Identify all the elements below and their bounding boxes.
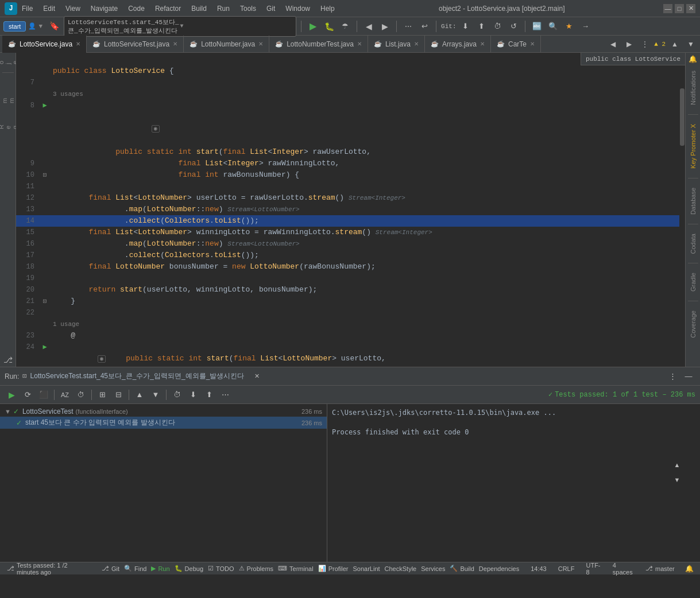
git-rollback[interactable]: ↺: [506, 20, 520, 33]
project-icon[interactable]: Project: [1, 55, 15, 69]
menu-tools[interactable]: Tools: [235, 3, 261, 14]
menu-navigate[interactable]: Navigate: [86, 3, 122, 14]
run-panel-menu[interactable]: ⋮: [666, 370, 679, 383]
git-pull[interactable]: ⬇: [458, 20, 472, 33]
export-button[interactable]: ⬇: [186, 388, 200, 402]
fold-24[interactable]: ◉: [98, 355, 106, 363]
minimize-button[interactable]: —: [663, 4, 672, 13]
profiler-tool-btn[interactable]: 📊 Profiler: [316, 565, 351, 572]
line-ending-indicator[interactable]: CRLF: [556, 565, 577, 572]
find-tool-btn[interactable]: 🔍 Find: [122, 565, 149, 572]
coverage-label[interactable]: Coverage: [687, 306, 699, 343]
next-button[interactable]: →: [578, 20, 592, 33]
tab-lottoservice[interactable]: ☕ LottoService.java ✕: [2, 36, 87, 53]
run-config-dropdown[interactable]: LottoServiceTest.start_45보다_큰_수가_입력되면_예외…: [64, 16, 296, 37]
tab-carte[interactable]: ☕ CarTe ✕: [491, 36, 541, 53]
test-item-1[interactable]: ✓ start 45보다 큰 수가 입력되면 예외를 발생시킨다 236 ms: [0, 417, 327, 429]
breadcrumb-down[interactable]: ▼: [684, 37, 698, 51]
tab-lottonumber[interactable]: ☕ LottoNumber.java ✕: [184, 36, 269, 53]
indent-indicator[interactable]: 4 spaces: [610, 562, 636, 576]
charset-indicator[interactable]: UTF-8: [583, 562, 603, 576]
key-promoter-label[interactable]: Key Promoter X: [687, 119, 699, 173]
menu-file[interactable]: File: [17, 3, 37, 14]
search-button[interactable]: 🔍: [546, 20, 560, 33]
todo-tool-btn[interactable]: ☑ TODO: [206, 565, 237, 572]
fold-25[interactable]: ⊡: [43, 365, 47, 367]
gradle-label[interactable]: Gradle: [687, 268, 699, 296]
pullreq-icon[interactable]: Pull Requests: [1, 120, 15, 134]
fold-10[interactable]: ⊡: [43, 169, 47, 181]
expand-all-button[interactable]: ⊞: [95, 388, 109, 402]
run-tab-close[interactable]: ✕: [250, 370, 264, 383]
notifications-label[interactable]: Notifications: [687, 66, 699, 110]
checkstyle-tool-btn[interactable]: CheckStyle: [382, 565, 419, 572]
back-button[interactable]: ◀: [362, 20, 376, 33]
import-button[interactable]: ⬆: [202, 388, 216, 402]
close-icon-7[interactable]: ✕: [530, 41, 535, 47]
tabs-scroll-left[interactable]: ◀: [606, 37, 620, 51]
sonarlint-tool-btn[interactable]: SonarLint: [350, 565, 382, 572]
dependencies-tool-btn[interactable]: Dependencies: [477, 565, 521, 572]
start-button[interactable]: start: [3, 21, 26, 32]
tab-arrays[interactable]: ☕ Arrays.java ✕: [425, 36, 491, 53]
window-controls[interactable]: — □ ✕: [663, 4, 695, 13]
commit-icon[interactable]: Commit: [1, 94, 15, 107]
run-gutter-8[interactable]: ▶: [42, 100, 47, 111]
forward-button[interactable]: ▶: [378, 20, 392, 33]
maximize-button[interactable]: □: [675, 4, 684, 13]
tab-lottonumbertest[interactable]: ☕ LottoNumberTest.java ✕: [269, 36, 368, 53]
scroll-up-btn[interactable]: ▲: [670, 458, 684, 472]
database-label[interactable]: Database: [687, 183, 699, 219]
close-icon-4[interactable]: ✕: [357, 41, 362, 47]
close-icon-2[interactable]: ✕: [173, 41, 177, 47]
build-tool-btn[interactable]: 🔨 Build: [447, 565, 476, 572]
run-panel-close[interactable]: —: [682, 370, 695, 383]
rerun-button[interactable]: ▶: [5, 388, 18, 402]
scrollbar[interactable]: [679, 65, 685, 367]
breadcrumb-up[interactable]: ▲: [668, 37, 682, 51]
stop-button[interactable]: ⬛: [37, 388, 51, 402]
run-gutter-24[interactable]: ▶: [42, 341, 47, 353]
codata-label[interactable]: Codata: [687, 229, 699, 258]
run-tab-name[interactable]: LottoServiceTest.start_45보다_큰_수가_입력되면_예외…: [30, 371, 245, 381]
debug-button[interactable]: 🐛: [322, 20, 336, 33]
scroll-thumb[interactable]: [680, 88, 684, 146]
close-button[interactable]: ✕: [686, 4, 695, 13]
collapse-all-button[interactable]: ⊟: [111, 388, 125, 402]
sort-alpha-button[interactable]: AZ: [58, 388, 72, 402]
rerun-failed-button[interactable]: ⟳: [21, 388, 34, 402]
fold-8[interactable]: ◉: [152, 125, 160, 133]
problems-tool-btn[interactable]: ⚠ Problems: [237, 565, 276, 572]
services-tool-btn[interactable]: Services: [419, 565, 447, 572]
editor-scroll[interactable]: public class LottoService { 7 3 usages 8…: [16, 53, 685, 367]
git-branch-indicator[interactable]: ⎇ master: [643, 565, 677, 572]
notification-icon[interactable]: 🔔: [689, 55, 697, 64]
notification-bell-btn[interactable]: 🔔: [684, 562, 695, 576]
position-indicator[interactable]: 14:43: [528, 565, 549, 572]
tabs-scroll-right[interactable]: ▶: [622, 37, 636, 51]
git-sidebar-icon[interactable]: ⎇: [1, 353, 15, 367]
tab-lottoservicetest[interactable]: ☕ LottoServiceTest.java ✕: [87, 36, 184, 53]
menu-edit[interactable]: Edit: [38, 3, 60, 14]
run-button[interactable]: ▶: [306, 20, 320, 33]
undo-button[interactable]: ↩: [417, 20, 431, 33]
menu-run[interactable]: Run: [212, 3, 234, 14]
group-expand-icon[interactable]: ▼: [5, 408, 11, 415]
menu-code[interactable]: Code: [123, 3, 149, 14]
terminal-tool-btn[interactable]: ⌨ Terminal: [276, 565, 316, 572]
menu-window[interactable]: Window: [281, 3, 315, 14]
menu-view[interactable]: View: [61, 3, 85, 14]
close-icon-6[interactable]: ✕: [480, 41, 485, 47]
git-tool-btn[interactable]: ⎇ Git: [99, 565, 122, 572]
fold-21[interactable]: ⊡: [43, 296, 47, 307]
translate-button[interactable]: 🔤: [530, 20, 544, 33]
menu-build[interactable]: Build: [187, 3, 211, 14]
more-bt-button[interactable]: ⋯: [218, 388, 232, 402]
menu-refactor[interactable]: Refactor: [150, 3, 185, 14]
close-icon-1[interactable]: ✕: [76, 41, 80, 47]
debug-tool-btn[interactable]: 🐛 Debug: [172, 565, 206, 572]
close-icon-3[interactable]: ✕: [258, 41, 263, 47]
next-fail-button[interactable]: ▼: [149, 388, 163, 402]
git-push[interactable]: ⬆: [474, 20, 488, 33]
tabs-menu[interactable]: ⋮: [638, 37, 652, 51]
